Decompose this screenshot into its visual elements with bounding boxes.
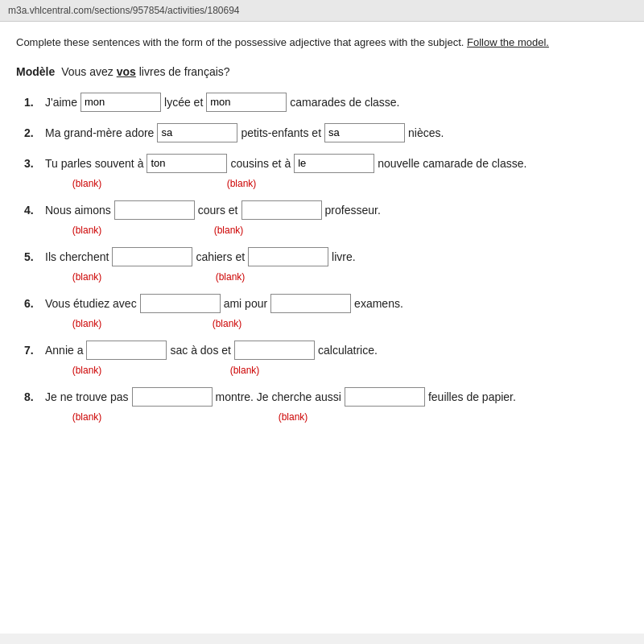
- exercise-7-input-2[interactable]: [234, 341, 315, 360]
- exercise-1-input-2[interactable]: [206, 93, 287, 112]
- exercise-5-num: 5.: [24, 250, 39, 263]
- exercise-5: 5. Ils cherchent cahiers et livre. (blan…: [24, 247, 628, 283]
- exercise-5-row: 5. Ils cherchent cahiers et livre.: [24, 247, 628, 266]
- exercise-1: 1. J'aime lycée et camarades de classe.: [24, 93, 628, 112]
- exercise-7-row: 7. Annie a sac à dos et calculatrice.: [24, 341, 628, 360]
- modele-row: Modèle Vous avez vos livres de français?: [16, 65, 628, 78]
- exercise-3-row: 3. Tu parles souvent à cousins et à nouv…: [24, 154, 628, 173]
- exercise-6-blank-2: (blank): [195, 318, 259, 329]
- exercise-6-input-2[interactable]: [270, 294, 351, 313]
- exercise-2-input-2[interactable]: [324, 123, 405, 142]
- exercise-3: 3. Tu parles souvent à cousins et à nouv…: [24, 154, 628, 189]
- exercise-2-num: 2.: [24, 126, 39, 139]
- exercise-3-input-1[interactable]: [147, 154, 227, 173]
- follow-model-link[interactable]: Follow the model.: [467, 36, 549, 48]
- browser-address-bar: m3a.vhlcentral.com/sections/957854/activ…: [0, 0, 644, 22]
- url-text: m3a.vhlcentral.com/sections/957854/activ…: [8, 5, 240, 16]
- exercise-3-num: 3.: [24, 157, 39, 170]
- exercise-6-row: 6. Vous étudiez avec ami pour examens.: [24, 294, 628, 313]
- exercise-8-blank-1: (blank): [55, 411, 119, 423]
- exercise-8-input-2[interactable]: [345, 387, 425, 407]
- modele-sentence: Vous avez vos livres de français?: [61, 65, 229, 78]
- exercise-5-input-1[interactable]: [112, 247, 192, 266]
- exercise-4-blank-1: (blank): [55, 225, 119, 236]
- exercise-1-row: 1. J'aime lycée et camarades de classe.: [24, 93, 628, 112]
- exercise-8-blank-2: (blank): [261, 411, 325, 423]
- exercise-6-input-1[interactable]: [140, 294, 221, 313]
- exercise-4-input-2[interactable]: [242, 200, 322, 220]
- page-content: Complete these sentences with the form o…: [0, 22, 644, 634]
- instructions-text: Complete these sentences with the form o…: [16, 35, 628, 51]
- exercise-4-row: 4. Nous aimons cours et professeur.: [24, 200, 628, 220]
- exercise-6: 6. Vous étudiez avec ami pour examens. (…: [24, 294, 628, 329]
- exercise-3-input-2[interactable]: [294, 154, 374, 173]
- modele-label: Modèle: [16, 65, 55, 78]
- exercise-8: 8. Je ne trouve pas montre. Je cherche a…: [24, 387, 628, 423]
- exercise-5-blank-1: (blank): [55, 271, 119, 283]
- exercise-4-num: 4.: [24, 204, 39, 217]
- exercise-8-input-1[interactable]: [132, 387, 213, 407]
- exercise-1-input-1[interactable]: [80, 93, 161, 112]
- exercise-6-blank-1: (blank): [55, 318, 119, 329]
- exercise-7-input-1[interactable]: [86, 341, 167, 360]
- exercise-6-num: 6.: [24, 297, 39, 310]
- exercise-8-row: 8. Je ne trouve pas montre. Je cherche a…: [24, 387, 628, 407]
- exercise-4-blank-2: (blank): [196, 225, 261, 236]
- exercise-5-blank-2: (blank): [198, 271, 262, 283]
- exercise-7-num: 7.: [24, 344, 39, 357]
- exercise-7-blank-1: (blank): [55, 365, 119, 376]
- exercise-2-input-1[interactable]: [157, 123, 237, 142]
- exercise-5-input-2[interactable]: [248, 247, 328, 266]
- exercise-7: 7. Annie a sac à dos et calculatrice. (b…: [24, 341, 628, 376]
- exercise-4-input-1[interactable]: [114, 200, 195, 220]
- exercises-container: 1. J'aime lycée et camarades de classe. …: [16, 93, 628, 423]
- exercise-3-blank-1: (blank): [55, 178, 119, 189]
- exercise-4: 4. Nous aimons cours et professeur. (bla…: [24, 200, 628, 236]
- exercise-2-row: 2. Ma grand-mère adore petits-enfants et…: [24, 123, 628, 142]
- exercise-2: 2. Ma grand-mère adore petits-enfants et…: [24, 123, 628, 142]
- exercise-7-blank-2: (blank): [213, 365, 277, 376]
- exercise-3-blank-2: (blank): [209, 178, 274, 189]
- exercise-1-num: 1.: [24, 96, 39, 109]
- exercise-8-num: 8.: [24, 390, 39, 403]
